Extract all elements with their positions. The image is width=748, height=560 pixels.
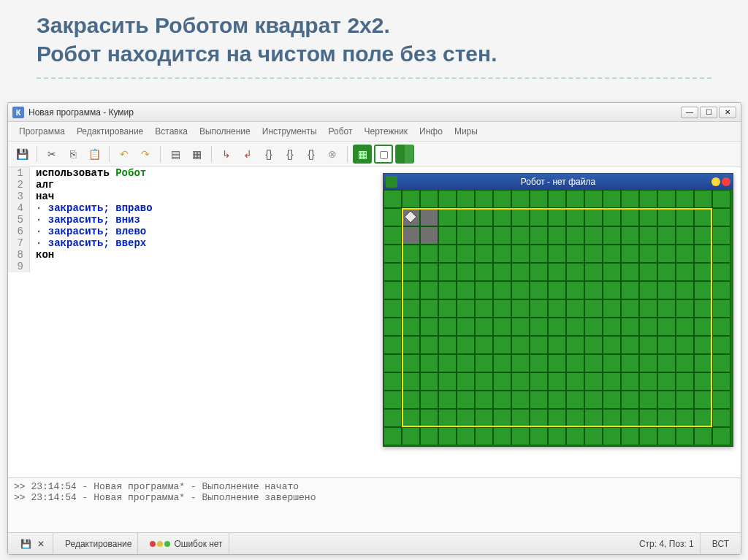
menu-draftsman[interactable]: Чертежник (359, 124, 413, 139)
grid-cell[interactable] (584, 245, 603, 263)
grid-cell[interactable] (383, 190, 402, 208)
robot-grid[interactable] (383, 190, 733, 446)
grid-cell[interactable] (694, 281, 712, 299)
undo-icon[interactable]: ↶ (115, 145, 134, 164)
grid-cell[interactable] (475, 226, 493, 245)
grid-cell[interactable] (639, 391, 657, 409)
grid-cell[interactable] (621, 354, 639, 372)
grid-cell[interactable] (694, 245, 712, 263)
grid-cell[interactable] (383, 263, 402, 281)
step-in-icon[interactable]: ↳ (217, 145, 236, 164)
grid-cell[interactable] (676, 245, 694, 263)
grid-cell[interactable] (493, 354, 511, 372)
grid-cell[interactable] (566, 299, 584, 318)
grid-cell[interactable] (457, 391, 475, 409)
grid-cell[interactable] (475, 245, 493, 263)
grid-cell[interactable] (438, 427, 457, 445)
grid-cell[interactable] (694, 354, 712, 372)
grid-cell[interactable] (712, 354, 730, 372)
grid-cell[interactable] (383, 427, 402, 445)
menu-worlds[interactable]: Миры (449, 124, 483, 139)
grid-cell[interactable] (548, 427, 566, 445)
grid-cell[interactable] (530, 190, 548, 208)
grid-cell[interactable] (438, 391, 457, 409)
grid-cell[interactable] (712, 226, 730, 245)
grid-cell[interactable] (548, 391, 566, 409)
grid-cell[interactable] (603, 391, 621, 409)
grid-cell[interactable] (639, 245, 657, 263)
grid-cell[interactable] (548, 208, 566, 226)
grid-cell[interactable] (511, 208, 530, 226)
grid-cell[interactable] (383, 336, 402, 354)
grid-cell[interactable] (603, 409, 621, 427)
grid-cell[interactable] (657, 245, 676, 263)
grid-cell[interactable] (402, 299, 420, 318)
grid-cell[interactable] (694, 409, 712, 427)
grid-cell[interactable] (475, 318, 493, 336)
grid-cell[interactable] (493, 336, 511, 354)
grid-cell[interactable] (402, 318, 420, 336)
grid-cell[interactable] (493, 391, 511, 409)
grid-cell[interactable] (438, 245, 457, 263)
grid-cell[interactable] (621, 336, 639, 354)
grid-cell[interactable] (548, 281, 566, 299)
grid-cell[interactable] (566, 372, 584, 391)
grid-cell[interactable] (420, 281, 438, 299)
grid-cell[interactable] (438, 263, 457, 281)
grid-cell[interactable] (420, 208, 438, 226)
grid-cell[interactable] (383, 354, 402, 372)
grid-cell[interactable] (639, 281, 657, 299)
robot-close-icon[interactable] (722, 177, 730, 186)
grid-cell[interactable] (566, 281, 584, 299)
grid-cell[interactable] (676, 318, 694, 336)
grid-cell[interactable] (438, 318, 457, 336)
grid-cell[interactable] (676, 263, 694, 281)
grid-icon[interactable]: ▦ (353, 145, 372, 164)
grid-cell[interactable] (511, 190, 530, 208)
grid-cell[interactable] (566, 427, 584, 445)
grid-cell[interactable] (420, 409, 438, 427)
grid-cell[interactable] (457, 299, 475, 318)
grid-cell[interactable] (694, 263, 712, 281)
grid-cell[interactable] (694, 336, 712, 354)
grid-cell[interactable] (420, 372, 438, 391)
grid-cell[interactable] (694, 190, 712, 208)
grid-cell[interactable] (584, 226, 603, 245)
grid-cell[interactable] (603, 190, 621, 208)
grid-cell[interactable] (639, 190, 657, 208)
grid-cell[interactable] (621, 190, 639, 208)
stop-icon[interactable]: ⊗ (323, 145, 342, 164)
grid-cell[interactable] (603, 318, 621, 336)
grid-cell[interactable] (548, 190, 566, 208)
grid-cell[interactable] (676, 299, 694, 318)
grid-cell[interactable] (676, 226, 694, 245)
grid-cell[interactable] (530, 336, 548, 354)
grid-cell[interactable] (457, 263, 475, 281)
grid-cell[interactable] (657, 391, 676, 409)
grid-cell[interactable] (603, 372, 621, 391)
grid-cell[interactable] (566, 226, 584, 245)
grid-cell[interactable] (475, 263, 493, 281)
grid-cell[interactable] (566, 263, 584, 281)
grid-cell[interactable] (566, 336, 584, 354)
grid-cell[interactable] (530, 226, 548, 245)
grid-cell[interactable] (712, 372, 730, 391)
grid-cell[interactable] (420, 226, 438, 245)
menu-run[interactable]: Выполнение (194, 124, 256, 139)
menu-edit[interactable]: Редактирование (72, 124, 148, 139)
grid-cell[interactable] (457, 336, 475, 354)
menu-program[interactable]: Программа (14, 124, 70, 139)
grid-cell[interactable] (493, 208, 511, 226)
doc2-icon[interactable]: ▦ (187, 145, 206, 164)
grid-cell[interactable] (639, 318, 657, 336)
grid-cell[interactable] (548, 409, 566, 427)
grid-cell[interactable] (511, 281, 530, 299)
grid-cell[interactable] (639, 372, 657, 391)
grid-cell[interactable] (712, 190, 730, 208)
grid-cell[interactable] (530, 281, 548, 299)
maximize-button[interactable]: ☐ (700, 107, 717, 118)
grid-cell[interactable] (402, 281, 420, 299)
grid-cell[interactable] (530, 208, 548, 226)
grid-cell[interactable] (621, 208, 639, 226)
grid-cell[interactable] (712, 208, 730, 226)
